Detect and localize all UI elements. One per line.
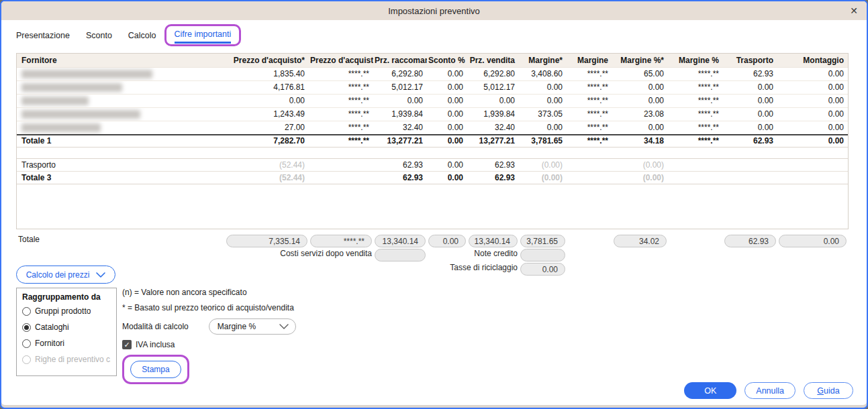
column-header: Prz. raccomand.: [373, 54, 427, 67]
table-cell: 0.00: [723, 121, 777, 135]
costi-servizi-label: Costi servizi dopo vendita: [16, 249, 373, 263]
table-cell: 0.00: [225, 94, 309, 107]
costi-servizi-row: Costi servizi dopo vendita Note credito: [16, 249, 847, 263]
table-spacer-row: [17, 148, 848, 159]
table-row: 1,243.49****.**1,939.840.001,939.84373.0…: [17, 107, 848, 121]
modalita-row: Modalità di calcolo Margine %: [122, 318, 296, 335]
annulla-button[interactable]: Annulla: [744, 382, 795, 399]
totale-row: Totale 7,335.14****.**13,340.140.0013,34…: [16, 235, 847, 249]
tab-sconto[interactable]: Sconto: [86, 31, 112, 46]
table-cell: ****.**: [309, 107, 373, 121]
table-cell: 4,176.81: [225, 80, 309, 94]
table-cell: 62.93: [373, 159, 427, 172]
table-cell: 62.93: [467, 172, 519, 184]
table-cell: 0.00: [427, 80, 467, 94]
supplier-cell: Totale 3: [17, 172, 225, 184]
tab-calcolo[interactable]: Calcolo: [128, 31, 156, 46]
guida-label: Guida: [817, 386, 839, 396]
table-row: 0.00****.**0.000.000.000.00****.**0.00**…: [17, 94, 848, 107]
table-cell: ****.**: [668, 67, 723, 80]
tab-presentazione[interactable]: Presentazione: [16, 31, 70, 46]
table-cell: 62.93: [723, 135, 777, 148]
radio-fornitori[interactable]: Fornitori: [22, 339, 111, 348]
table-cell: 0.00: [777, 67, 848, 80]
tab-cifre-importanti[interactable]: Cifre importanti: [175, 30, 232, 44]
note-credito-field[interactable]: [520, 249, 565, 261]
table-cell: 62.93: [373, 172, 427, 184]
table-cell: 7,282.70: [225, 135, 309, 148]
table-cell: [668, 159, 723, 172]
radio-cataloghi[interactable]: Cataloghi: [22, 323, 111, 332]
modalita-value: Margine %: [218, 322, 256, 331]
annotation-highlight-stampa: Stampa: [122, 355, 189, 384]
table-cell: 0.00: [519, 80, 567, 94]
modalita-dropdown[interactable]: Margine %: [209, 318, 296, 335]
chevron-down-icon: [279, 324, 289, 329]
modalita-label: Modalità di calcolo: [122, 322, 189, 331]
radio-label: Righe di preventivo c...: [35, 355, 111, 364]
summary-pill: ****.**: [310, 235, 372, 247]
table-cell: ****.**: [668, 80, 723, 94]
table-cell: 0.00: [777, 135, 848, 148]
summary-pill: 34.02: [614, 235, 667, 247]
table-cell: 32.40: [373, 121, 427, 135]
table-cell: 0.00: [723, 80, 777, 94]
table-cell: 0.00: [427, 107, 467, 121]
table-cell: 27.00: [225, 121, 309, 135]
radio-label: Gruppi prodotto: [35, 306, 91, 316]
redacted-supplier-name: [21, 83, 122, 92]
footnote-star: * = Basato sul prezzo teorico di acquist…: [122, 303, 296, 312]
column-header: Fornitore: [17, 54, 225, 67]
radio-label: Cataloghi: [35, 323, 69, 332]
iva-inclusa-label: IVA inclusa: [136, 340, 175, 349]
table-cell: 0.00: [612, 121, 668, 135]
ok-button[interactable]: OK: [684, 382, 736, 399]
column-header: Margine*: [519, 54, 567, 67]
table-row: 4,176.81****.**5,012.170.005,012.170.00*…: [17, 80, 848, 94]
table-cell: 3,408.60: [519, 67, 567, 80]
stampa-button[interactable]: Stampa: [130, 361, 181, 378]
costi-servizi-field[interactable]: [375, 249, 426, 261]
table-cell: 0.00: [519, 121, 567, 135]
table-row: Trasporto(52.44)62.930.0062.93(0.00)(0.0…: [17, 159, 848, 172]
column-header: Margine %*: [612, 54, 668, 67]
table-cell: ****.**: [567, 67, 612, 80]
redacted-supplier-name: [21, 110, 140, 119]
table-cell: 0.00: [427, 121, 467, 135]
summary-pill: 0.00: [779, 235, 847, 247]
table-cell: 0.00: [777, 94, 848, 107]
totals-summary: Totale 7,335.14****.**13,340.140.0013,34…: [16, 235, 847, 277]
close-icon[interactable]: ✕: [850, 6, 858, 15]
calcolo-dei-prezzi-button[interactable]: Calcolo dei prezzi: [16, 266, 115, 284]
table-cell: 373.05: [519, 107, 567, 121]
column-header: Prezzo d'acquisto*: [225, 54, 309, 67]
supplier-cell: [17, 80, 225, 94]
redacted-supplier-name: [21, 123, 101, 132]
column-header: Sconto %: [427, 54, 467, 67]
table-cell: 0.00: [373, 94, 427, 107]
options-panel: (n) = Valore non ancora specificato * = …: [122, 288, 296, 384]
table-cell: ****.**: [567, 107, 612, 121]
table-cell: 0.00: [427, 135, 467, 148]
checkbox-checked-icon[interactable]: ✓: [122, 340, 132, 349]
table-cell: [567, 172, 612, 184]
column-header: Trasporto: [723, 54, 777, 67]
table-cell: ****.**: [668, 107, 723, 121]
table-cell: 0.00: [723, 107, 777, 121]
table-cell: (0.00): [612, 172, 668, 184]
table-row: 27.00****.**32.400.0032.400.00****.**0.0…: [17, 121, 848, 135]
radio-gruppi-prodotto[interactable]: Gruppi prodotto: [22, 306, 111, 316]
supplier-cell: [17, 107, 225, 121]
table-cell: 23.08: [612, 107, 668, 121]
chevron-down-icon: [96, 272, 105, 278]
note-credito-label: Note credito: [426, 249, 518, 263]
summary-pill: 3,781.65: [520, 235, 565, 247]
raggruppamento-title: Raggruppamento da: [22, 292, 111, 302]
tasse-riciclaggio-field[interactable]: 0.00: [520, 263, 565, 276]
table-cell: [723, 172, 777, 184]
left-panel: Calcolo dei prezzi Raggruppamento da Gru…: [16, 266, 117, 376]
footnote-n: (n) = Valore non ancora specificato: [122, 288, 296, 297]
table-cell: ****.**: [309, 135, 373, 148]
guida-button[interactable]: Guida: [804, 382, 853, 399]
table-cell: 65.00: [612, 67, 668, 80]
